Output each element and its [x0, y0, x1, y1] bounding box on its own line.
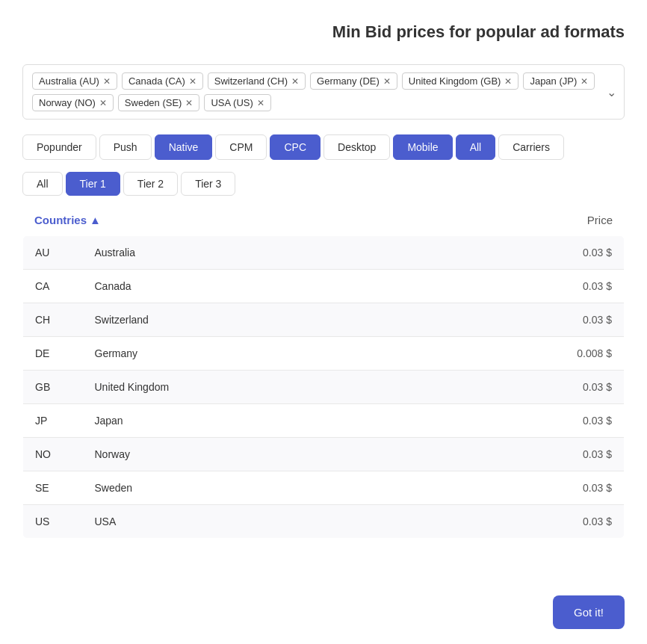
table-row: AU Australia 0.03 $ — [23, 236, 625, 270]
table-row: SE Sweden 0.03 $ — [23, 471, 625, 505]
format-btn-carriers[interactable]: Carriers — [498, 134, 564, 160]
tag: Japan (JP)✕ — [523, 72, 595, 90]
tag-close-icon[interactable]: ✕ — [103, 77, 111, 86]
country-code: DE — [23, 337, 83, 371]
tag-label: Australia (AU) — [39, 75, 99, 87]
country-name: Switzerland — [83, 303, 421, 337]
tag-close-icon[interactable]: ✕ — [185, 99, 193, 108]
format-btn-native[interactable]: Native — [155, 134, 213, 160]
page-container: Min Bid prices for popular ad formats Au… — [0, 0, 647, 644]
tag: Germany (DE)✕ — [310, 72, 397, 90]
tier-btn-tier-2[interactable]: Tier 2 — [123, 172, 178, 196]
tag-label: Germany (DE) — [317, 75, 380, 87]
table-row: DE Germany 0.008 $ — [23, 337, 625, 371]
tag-label: Japan (JP) — [530, 75, 577, 87]
tag-label: Switzerland (CH) — [214, 75, 288, 87]
tag-close-icon[interactable]: ✕ — [291, 77, 299, 86]
countries-sort-header[interactable]: Countries ▲ — [34, 214, 101, 226]
tag-label: Norway (NO) — [39, 97, 96, 108]
format-btn-cpm[interactable]: CPM — [215, 134, 267, 160]
format-btn-push[interactable]: Push — [99, 134, 152, 160]
tag-close-icon[interactable]: ✕ — [257, 99, 264, 108]
country-price: 0.03 $ — [421, 438, 624, 471]
country-name: Australia — [83, 236, 421, 270]
got-it-button[interactable]: Got it! — [553, 595, 625, 629]
country-price: 0.03 $ — [421, 471, 624, 505]
country-name: Canada — [83, 270, 421, 303]
country-price: 0.03 $ — [421, 505, 624, 539]
country-code: JP — [23, 404, 83, 438]
country-code: US — [23, 505, 83, 539]
tag: Canada (CA)✕ — [122, 72, 203, 90]
format-btn-mobile[interactable]: Mobile — [393, 134, 452, 160]
tag-label: Canada (CA) — [129, 75, 185, 87]
table-header: Countries ▲ Price — [22, 214, 625, 235]
country-code: CA — [23, 270, 83, 303]
tag: Australia (AU)✕ — [32, 72, 117, 90]
tier-buttons-group: AllTier 1Tier 2Tier 3 — [22, 172, 625, 196]
country-name: Sweden — [83, 471, 421, 505]
table-row: CA Canada 0.03 $ — [23, 270, 625, 303]
country-name: Germany — [83, 337, 421, 371]
format-btn-cpc[interactable]: CPC — [270, 134, 321, 160]
dropdown-arrow-icon[interactable]: ⌄ — [607, 85, 616, 99]
tier-btn-tier-3[interactable]: Tier 3 — [181, 172, 235, 196]
tag: United Kingdom (GB)✕ — [402, 72, 519, 90]
country-price: 0.03 $ — [421, 371, 624, 404]
tags-container: Australia (AU)✕Canada (CA)✕Switzerland (… — [22, 64, 625, 120]
country-price: 0.03 $ — [421, 404, 624, 438]
format-btn-all[interactable]: All — [456, 134, 496, 160]
country-code: SE — [23, 471, 83, 505]
tag-close-icon[interactable]: ✕ — [581, 77, 588, 86]
tag: Norway (NO)✕ — [32, 94, 114, 111]
price-header-label: Price — [587, 214, 613, 226]
tag-close-icon[interactable]: ✕ — [504, 77, 512, 86]
tier-btn-all[interactable]: All — [22, 172, 63, 196]
format-btn-desktop[interactable]: Desktop — [324, 134, 390, 160]
table-row: NO Norway 0.03 $ — [23, 438, 625, 471]
table-row: CH Switzerland 0.03 $ — [23, 303, 625, 337]
country-name: USA — [83, 505, 421, 539]
country-code: CH — [23, 303, 83, 337]
format-btn-popunder[interactable]: Popunder — [22, 134, 96, 160]
tag-close-icon[interactable]: ✕ — [99, 99, 107, 108]
sort-asc-icon: ▲ — [90, 214, 101, 226]
format-buttons-group: PopunderPushNativeCPMCPCDesktopMobileAll… — [22, 134, 625, 160]
country-price: 0.03 $ — [421, 303, 624, 337]
tag-close-icon[interactable]: ✕ — [189, 77, 196, 86]
table-row: GB United Kingdom 0.03 $ — [23, 371, 625, 404]
tag-label: Sweden (SE) — [125, 97, 182, 108]
country-price: 0.008 $ — [421, 337, 624, 371]
tag: Switzerland (CH)✕ — [208, 72, 306, 90]
tag-label: USA (US) — [211, 97, 253, 108]
tag-close-icon[interactable]: ✕ — [383, 77, 391, 86]
tag: Sweden (SE)✕ — [118, 94, 200, 111]
table-row: JP Japan 0.03 $ — [23, 404, 625, 438]
country-name: United Kingdom — [83, 371, 421, 404]
data-table: AU Australia 0.03 $ CA Canada 0.03 $ CH … — [22, 235, 625, 539]
country-name: Japan — [83, 404, 421, 438]
countries-header-label: Countries — [34, 214, 87, 226]
country-code: NO — [23, 438, 83, 471]
table-row: US USA 0.03 $ — [23, 505, 625, 539]
country-code: GB — [23, 371, 83, 404]
country-code: AU — [23, 236, 83, 270]
tag-label: United Kingdom (GB) — [409, 75, 501, 87]
country-price: 0.03 $ — [421, 236, 624, 270]
tier-btn-tier-1[interactable]: Tier 1 — [66, 172, 120, 196]
tag: USA (US)✕ — [204, 94, 270, 111]
country-price: 0.03 $ — [421, 270, 624, 303]
country-name: Norway — [83, 438, 421, 471]
page-title: Min Bid prices for popular ad formats — [22, 15, 625, 42]
